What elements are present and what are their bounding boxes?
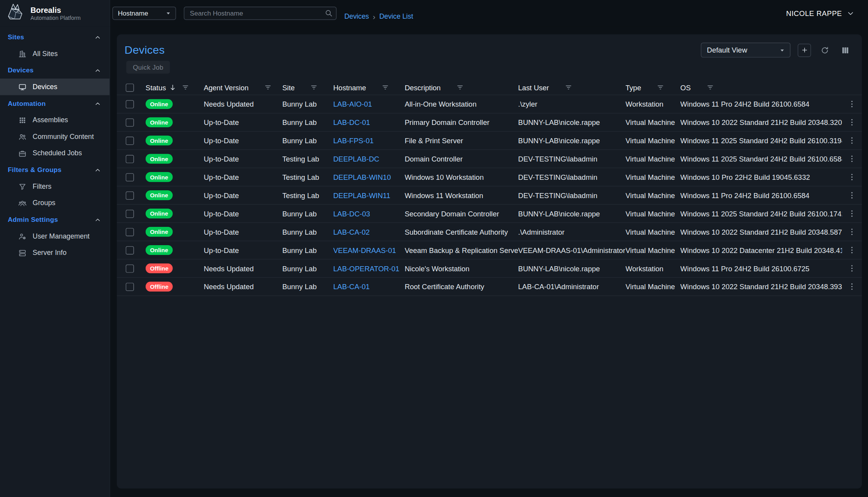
row-menu-button[interactable] bbox=[845, 97, 859, 111]
row-menu-button[interactable] bbox=[845, 152, 859, 165]
sidebar-item-all-sites[interactable]: All Sites bbox=[0, 46, 109, 62]
hostname-cell[interactable]: DEEPLAB-WIN11 bbox=[333, 191, 405, 199]
hostname-cell[interactable]: LAB-DC-01 bbox=[333, 118, 405, 126]
row-checkbox[interactable] bbox=[126, 173, 134, 181]
status-cell: Offline bbox=[146, 263, 204, 273]
type-cell: Virtual Machine bbox=[625, 246, 680, 254]
column-header-site[interactable]: Site bbox=[282, 83, 333, 91]
add-view-button[interactable] bbox=[798, 44, 811, 57]
sidebar-section-label: Admin Settings bbox=[8, 216, 58, 223]
column-filter-icon[interactable] bbox=[456, 84, 464, 91]
hostname-cell[interactable]: LAB-CA-02 bbox=[333, 228, 405, 236]
row-menu-button[interactable] bbox=[845, 225, 859, 239]
row-menu-button[interactable] bbox=[845, 116, 859, 129]
column-header-hostname[interactable]: Hostname bbox=[333, 83, 405, 91]
row-menu-button[interactable] bbox=[845, 243, 859, 256]
row-checkbox[interactable] bbox=[126, 264, 134, 272]
sidebar-item-scheduled-jobs[interactable]: Scheduled Jobs bbox=[0, 145, 109, 162]
column-header-last-user[interactable]: Last User bbox=[518, 83, 626, 91]
status-cell: Online bbox=[146, 117, 204, 127]
status-badge: Online bbox=[146, 209, 173, 219]
search-icon[interactable] bbox=[324, 9, 333, 17]
row-checkbox[interactable] bbox=[126, 100, 134, 108]
search-input[interactable] bbox=[184, 7, 336, 20]
column-header-status[interactable]: Status bbox=[146, 83, 204, 91]
last-user-cell: BUNNY-LAB\nicole.rappe bbox=[518, 264, 626, 272]
row-menu-button[interactable] bbox=[845, 189, 859, 202]
status-cell: Online bbox=[146, 190, 204, 200]
row-select-cell bbox=[126, 118, 146, 126]
row-checkbox[interactable] bbox=[126, 228, 134, 236]
user-menu[interactable]: NICOLE RAPPE bbox=[786, 9, 855, 17]
column-header-label: Site bbox=[282, 83, 295, 91]
topbar: Hostname Devices › Device List NICOLE RA… bbox=[110, 0, 868, 26]
sidebar-item-devices[interactable]: Devices bbox=[0, 79, 109, 95]
sidebar-section-sites[interactable]: Sites bbox=[0, 29, 109, 46]
sidebar-item-groups[interactable]: Groups bbox=[0, 195, 109, 211]
sidebar-item-assemblies[interactable]: Assemblies bbox=[0, 112, 109, 128]
sidebar-item-user-management[interactable]: User Management bbox=[0, 228, 109, 245]
view-select[interactable]: Default View bbox=[701, 42, 791, 57]
column-filter-icon[interactable] bbox=[564, 84, 572, 91]
column-header-type[interactable]: Type bbox=[625, 83, 680, 91]
row-checkbox[interactable] bbox=[126, 209, 134, 218]
columns-button[interactable] bbox=[839, 44, 852, 57]
hostname-cell[interactable]: DEEPLAB-WIN10 bbox=[333, 173, 405, 181]
sidebar-item-filters[interactable]: Filters bbox=[0, 178, 109, 195]
sidebar-section-filters-groups[interactable]: Filters & Groups bbox=[0, 162, 109, 178]
row-select-cell bbox=[126, 246, 146, 254]
row-checkbox[interactable] bbox=[126, 118, 134, 126]
agent-version-cell: Needs Updated bbox=[204, 100, 282, 108]
hostname-cell[interactable]: LAB-CA-01 bbox=[333, 283, 405, 291]
quick-job-button[interactable]: Quick Job bbox=[126, 61, 170, 74]
kebab-icon bbox=[847, 191, 856, 200]
column-filter-icon[interactable] bbox=[264, 84, 272, 91]
row-checkbox[interactable] bbox=[126, 246, 134, 254]
table-row: OnlineUp-to-DateTesting LabDEEPLAB-WIN10… bbox=[117, 168, 862, 186]
description-cell: Windows 10 Workstation bbox=[405, 173, 518, 181]
row-menu-button[interactable] bbox=[845, 170, 859, 184]
row-menu-button[interactable] bbox=[845, 262, 859, 275]
sidebar-item-community-content[interactable]: Community Content bbox=[0, 128, 109, 145]
row-menu-button[interactable] bbox=[845, 134, 859, 147]
column-header-os[interactable]: OS bbox=[680, 83, 842, 91]
column-header-description[interactable]: Description bbox=[405, 83, 518, 91]
last-user-cell: DEV-TESTING\labadmin bbox=[518, 173, 626, 181]
column-filter-icon[interactable] bbox=[706, 84, 714, 91]
search-field-select[interactable]: Hostname bbox=[113, 7, 176, 20]
hostname-cell[interactable]: LAB-DC-03 bbox=[333, 209, 405, 218]
brand-name: Borealis bbox=[30, 6, 81, 15]
breadcrumb-item-devices[interactable]: Devices bbox=[344, 13, 369, 21]
row-checkbox[interactable] bbox=[126, 191, 134, 199]
column-filter-icon[interactable] bbox=[657, 84, 664, 91]
row-menu-button[interactable] bbox=[845, 207, 859, 220]
os-cell: Windows 11 Pro 24H2 Build 26100.6725 bbox=[680, 264, 842, 272]
row-checkbox[interactable] bbox=[126, 136, 134, 144]
sort-desc-icon[interactable] bbox=[169, 84, 176, 91]
row-checkbox[interactable] bbox=[126, 155, 134, 163]
hostname-cell[interactable]: DEEPLAB-DC bbox=[333, 155, 405, 163]
column-filter-icon[interactable] bbox=[310, 84, 318, 91]
sidebar-section-automation[interactable]: Automation bbox=[0, 95, 109, 112]
column-filter-icon[interactable] bbox=[382, 84, 389, 91]
column-filter-icon[interactable] bbox=[181, 84, 189, 91]
hostname-cell[interactable]: LAB-OPERATOR-01 bbox=[333, 264, 405, 272]
hostname-cell[interactable]: VEEAM-DRAAS-01 bbox=[333, 246, 405, 254]
refresh-button[interactable] bbox=[818, 44, 831, 57]
sidebar-section-devices[interactable]: Devices bbox=[0, 62, 109, 79]
hostname-cell[interactable]: LAB-AIO-01 bbox=[333, 100, 405, 108]
site-cell: Bunny Lab bbox=[282, 118, 333, 126]
row-menu-button[interactable] bbox=[845, 280, 859, 293]
column-header-agent-version[interactable]: Agent Version bbox=[204, 83, 282, 91]
os-cell: Windows 11 2025 Standard 24H2 Build 2610… bbox=[680, 155, 842, 163]
status-badge: Online bbox=[146, 245, 173, 255]
row-checkbox[interactable] bbox=[126, 283, 134, 291]
breadcrumb-item-device-list[interactable]: Device List bbox=[379, 13, 413, 21]
select-all-checkbox[interactable] bbox=[126, 83, 134, 91]
sidebar-section-label: Filters & Groups bbox=[8, 166, 62, 174]
os-cell: Windows 11 Pro 24H2 Build 26100.6584 bbox=[680, 100, 842, 108]
hostname-cell[interactable]: LAB-FPS-01 bbox=[333, 136, 405, 144]
sidebar-item-server-info[interactable]: Server Info bbox=[0, 244, 109, 261]
column-header-label: Type bbox=[625, 83, 641, 91]
sidebar-section-admin-settings[interactable]: Admin Settings bbox=[0, 211, 109, 228]
